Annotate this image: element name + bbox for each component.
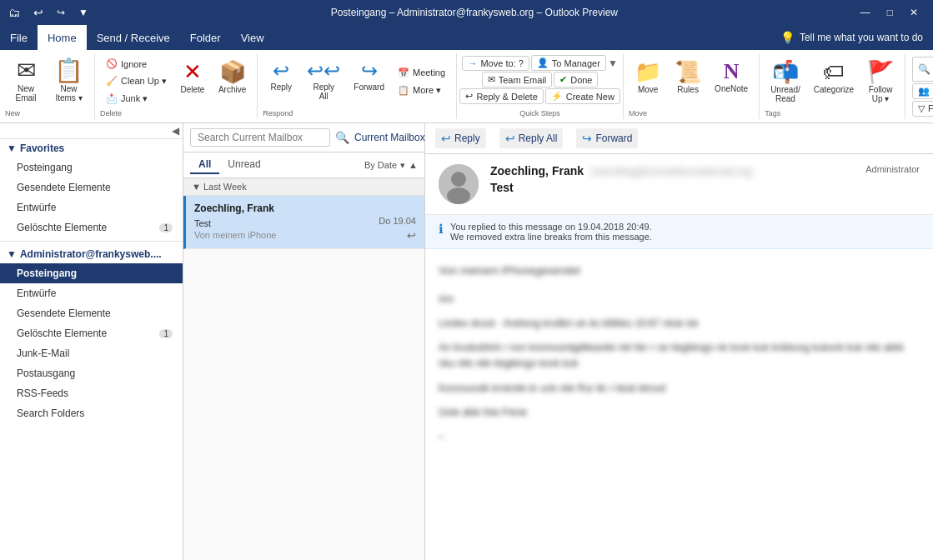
admin-label: Administrator (865, 164, 920, 204)
follow-up-button[interactable]: 🚩 FollowUp ▾ (861, 55, 900, 112)
junk-icon: 📩 (106, 93, 118, 104)
favorites-entwuerfe-label: Entwürfe (17, 202, 56, 213)
to-manager-icon: 👤 (537, 58, 549, 68)
ribbon-search-box[interactable]: 🔍 Search P... (912, 57, 933, 82)
reply-delete-button[interactable]: ↩ Reply & Delete (459, 88, 543, 104)
email-item-zoechling[interactable]: Zoechling, Frank Test Von meinem iPhone … (183, 196, 424, 249)
move-to-icon: → (468, 58, 477, 68)
delete-group-label: Delete (100, 109, 122, 118)
account-label: Administrator@frankysweb.... (20, 248, 162, 260)
new-email-icon: ✉ (17, 59, 36, 82)
account-header[interactable]: ▼ Administrator@frankysweb.... (0, 245, 183, 263)
delete-label: Delete (180, 85, 204, 94)
minimize-button[interactable]: — (854, 5, 877, 20)
favorites-header[interactable]: ▼ Favorites (0, 139, 183, 158)
cleanup-button[interactable]: 🧹 Clean Up ▾ (100, 73, 173, 89)
sidebar-item-rss[interactable]: RSS-Feeds (0, 383, 183, 403)
restore-button[interactable]: □ (880, 5, 900, 20)
redo-button[interactable]: ↪ (50, 5, 72, 20)
delete-icon: ✕ (183, 59, 202, 85)
sidebar-collapse-button[interactable]: ◀ (172, 125, 179, 137)
close-button[interactable]: ✕ (903, 5, 925, 20)
to-manager-button[interactable]: 👤 To Manager (531, 55, 606, 71)
address-book-button[interactable]: 👥 Addr... (912, 83, 933, 99)
reading-reply-button[interactable]: ↩ Reply (435, 128, 486, 148)
categorize-icon: 🏷 (823, 59, 845, 85)
create-new-icon: ⚡ (551, 91, 563, 102)
menu-folder[interactable]: Folder (180, 25, 231, 50)
sidebar-item-posteingang[interactable]: Posteingang (0, 263, 183, 283)
sidebar-item-entwuerfe[interactable]: Entwürfe (0, 283, 183, 303)
new-items-icon: 📋 (54, 59, 83, 82)
email-subject-large: Test (490, 181, 854, 194)
team-email-button[interactable]: ✉ Team Email (482, 72, 552, 88)
reading-forward-label: Forward (595, 132, 632, 144)
sidebar-item-geloeschte[interactable]: Gelöschte Elemente 1 (0, 323, 183, 343)
more-icon: 📋 (398, 85, 409, 96)
reading-pane: ↩ Reply ↩ Reply All ↪ Forward (425, 123, 933, 560)
reply-all-icon: ↩↩ (307, 59, 340, 82)
delete-button[interactable]: ✕ Delete (174, 55, 211, 112)
menu-send-receive[interactable]: Send / Receive (87, 25, 180, 50)
done-button[interactable]: ✔ Done (554, 72, 598, 88)
cleanup-label: Clean Up ▾ (121, 76, 167, 87)
favorites-label: Favorites (20, 142, 64, 154)
sort-controls[interactable]: By Date ▾ ▲ (364, 160, 418, 171)
unread-read-button[interactable]: 📬 Unread/Read (765, 55, 806, 112)
search-mailbox-input[interactable] (190, 128, 330, 147)
filter-tabs: All Unread By Date ▾ ▲ (183, 152, 424, 178)
categorize-button[interactable]: 🏷 Categorize (808, 55, 860, 112)
group-arrow-icon: ▼ (192, 182, 201, 192)
search-mailbox-button[interactable]: 🔍 (335, 131, 349, 144)
new-email-button[interactable]: ✉ NewEmail (5, 55, 47, 108)
move-to-button[interactable]: → Move to: ? (462, 56, 529, 71)
tab-all[interactable]: All (190, 156, 219, 174)
window-controls: — □ ✕ (854, 5, 925, 20)
tell-me-bar[interactable]: 💡 Tell me what you want to do (770, 25, 933, 50)
sidebar-item-favorites-entwuerfe[interactable]: Entwürfe (0, 198, 183, 218)
reply-all-button[interactable]: ↩↩ ReplyAll (301, 55, 346, 112)
main-container: ◀ ▼ Favorites Posteingang Gesendete Elem… (0, 123, 933, 560)
sidebar-item-gesendete[interactable]: Gesendete Elemente (0, 303, 183, 323)
archive-button[interactable]: 📦 Archive (213, 55, 252, 112)
menu-file[interactable]: File (0, 25, 38, 50)
junk-mail-label: Junk-E-Mail (17, 348, 69, 359)
reply-notice-line1: You replied to this message on 19.04.201… (450, 222, 652, 232)
body-line-3: Lindex druck · Andrexg krultkri uk du kl… (439, 316, 920, 332)
title-bar: 🗂 ↩ ↪ ▼ Posteingang – Administrator@fran… (0, 0, 933, 25)
more-respond-button[interactable]: 📋 More ▾ (392, 82, 451, 98)
reading-forward-button[interactable]: ↪ Forward (576, 128, 638, 148)
new-items-button[interactable]: 📋 NewItems ▾ (48, 55, 89, 108)
move-folder-button[interactable]: 📁 Move (629, 55, 667, 112)
sidebar-item-favorites-posteingang[interactable]: Posteingang (0, 158, 183, 178)
sidebar-item-favorites-gesendete[interactable]: Gesendete Elemente (0, 178, 183, 198)
tab-unread[interactable]: Unread (219, 156, 268, 174)
menu-home[interactable]: Home (38, 25, 87, 50)
undo-button[interactable]: ↩ (27, 4, 50, 21)
onenote-icon: N (724, 59, 740, 84)
favorites-geloeschte-label: Gelöschte Elemente (17, 222, 107, 233)
ribbon-group-tags: 📬 Unread/Read 🏷 Categorize 🚩 FollowUp ▾ … (760, 53, 905, 119)
rules-button[interactable]: 📜 Rules (669, 55, 707, 112)
ignore-button[interactable]: 🚫 Ignore (100, 56, 173, 72)
reading-reply-all-button[interactable]: ↩ Reply All (499, 128, 564, 148)
junk-label: Junk ▾ (121, 93, 148, 104)
move-folder-icon: 📁 (635, 59, 661, 85)
meeting-button[interactable]: 📅 Meeting (392, 65, 451, 81)
sidebar-item-postausgang[interactable]: Postausgang (0, 363, 183, 383)
sidebar-item-search-folders[interactable]: Search Folders (0, 403, 183, 423)
create-new-button[interactable]: ⚡ Create New (545, 88, 620, 104)
reply-button[interactable]: ↩ Reply (263, 55, 299, 112)
onenote-button[interactable]: N OneNote (709, 55, 754, 112)
sidebar-item-favorites-geloeschte[interactable]: Gelöschte Elemente 1 (0, 218, 183, 238)
junk-button[interactable]: 📩 Junk ▾ (100, 91, 173, 107)
favorites-posteingang-label: Posteingang (17, 162, 73, 173)
forward-button[interactable]: ↪ Forward (348, 55, 390, 112)
email-group-last-week: ▼ Last Week (183, 178, 424, 196)
svg-point-1 (451, 172, 466, 187)
ribbon-group-quick-steps: → Move to: ? 👤 To Manager ▼ ✉ Team Email… (457, 53, 624, 119)
menu-view[interactable]: View (231, 25, 274, 50)
customize-button[interactable]: ▼ (72, 5, 95, 20)
filter-email-button[interactable]: ▽ Filter (912, 101, 933, 117)
sidebar-item-junk[interactable]: Junk-E-Mail (0, 343, 183, 363)
